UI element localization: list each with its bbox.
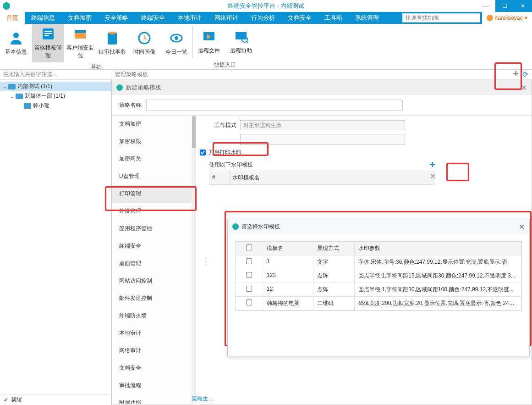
table-row[interactable]: 韩梅梅的电脑二维码码体宽度:200,边框宽度:20,显示位置:充满,置底显示:否… <box>236 297 521 311</box>
tab-network-audit[interactable]: 网络审计 <box>208 12 245 24</box>
row-checkbox[interactable] <box>246 272 252 278</box>
policy-name-label: 策略名称: <box>119 101 143 109</box>
svg-point-0 <box>13 33 19 38</box>
table-row[interactable]: 12点阵圆点半径:1,字符间距30,区域间距100,颜色:247,99,12,不… <box>236 283 521 297</box>
col-watermark-params: 水印参数 <box>355 242 521 255</box>
dialog-icon <box>116 84 123 91</box>
svg-point-11 <box>175 36 178 40</box>
tab-home[interactable]: 首页 <box>0 12 25 24</box>
dialog-close-button[interactable]: ✕ <box>521 83 527 92</box>
tab-security-policy[interactable]: 安全策略 <box>98 12 135 24</box>
add-template-button[interactable]: + <box>513 70 519 79</box>
svg-rect-13 <box>236 32 247 39</box>
dialog-title: 新建策略模板 <box>126 83 161 92</box>
wm-col-name: 水印模板名 <box>230 171 433 184</box>
category-item[interactable]: 文档加密 <box>112 116 192 133</box>
row-checkbox[interactable] <box>246 300 252 305</box>
svg-rect-6 <box>75 30 86 33</box>
policy-name-row: 策略名称: <box>112 95 532 115</box>
tab-doc-encrypt[interactable]: 文档加密 <box>61 12 98 24</box>
tab-terminal-security[interactable]: 终端安全 <box>135 12 171 24</box>
row-checkbox[interactable] <box>246 286 252 292</box>
status-text: 就绪 <box>11 396 22 404</box>
use-watermark-label: 使用以下水印模板 <box>209 161 523 169</box>
category-item[interactable]: 邮件发送控制 <box>112 290 192 307</box>
category-item[interactable]: 本地审计 <box>112 325 192 342</box>
remove-watermark-button[interactable]: ✕ <box>430 172 436 181</box>
category-item[interactable]: 加密权限 <box>112 133 192 150</box>
tab-doc-security[interactable]: 文档安全 <box>281 12 318 24</box>
app-icon <box>3 2 10 10</box>
cell-mode: 点阵 <box>313 283 355 297</box>
splitter-grip-icon[interactable]: ⋮⋮⋮ <box>203 259 208 263</box>
cell-param: 码体宽度:200,边框宽度:20,显示位置:充满,置底显示:否,颜色:247,.… <box>355 297 521 311</box>
tree-label: 内部测试 (1/1) <box>17 83 52 90</box>
tab-toolbox[interactable]: 工具箱 <box>318 12 349 24</box>
enable-print-watermark-checkbox[interactable] <box>200 150 206 155</box>
cell-mode: 二维码 <box>313 297 355 311</box>
cell-param: 圆点半径:1,字符间距30,区域间距100,颜色:247,99,12,不透明度.… <box>355 283 521 297</box>
category-item[interactable]: 打印管理 <box>112 185 192 203</box>
tree-node-root[interactable]: ⌄ 内部测试 (1/1) <box>0 82 111 91</box>
group-icon <box>8 84 16 89</box>
category-item[interactable]: 应用程序管控 <box>112 220 192 238</box>
dialog2-close-button[interactable]: ✕ <box>519 222 525 231</box>
ribbon-group-quick: 快捷入口 <box>193 60 257 69</box>
tab-local-audit[interactable]: 本地审计 <box>171 12 208 24</box>
chevron-down-icon[interactable]: ⌄ <box>3 83 8 90</box>
maximize-button[interactable]: ☐ <box>495 0 514 12</box>
category-item[interactable]: 网络审计 <box>112 342 192 360</box>
person-icon <box>9 31 23 45</box>
work-mode-label: 工作模式 <box>209 122 236 129</box>
category-item[interactable]: 桌面管理 <box>112 255 192 272</box>
category-item[interactable]: 审批流程 <box>112 377 192 394</box>
tab-terminal-info[interactable]: 终端信息 <box>25 12 61 24</box>
tree-node-dept[interactable]: ⌄ 新媒体一部 (1/1) <box>0 91 111 101</box>
cell-param: 字体:宋体,字号:36,颜色:247,99,12,显示位置:充满,置底显示:否 <box>355 255 521 269</box>
ribbon-remote-file[interactable]: 远程文件 <box>193 24 225 60</box>
category-item[interactable]: U盘管理 <box>112 168 192 185</box>
add-watermark-button[interactable]: + <box>430 160 436 170</box>
ribbon-client-package[interactable]: 客户端安装包 <box>64 24 96 62</box>
tree-filter-input[interactable]: 在此输入关键字筛选... <box>0 70 111 80</box>
chevron-down-icon[interactable]: ⌄ <box>10 93 16 100</box>
category-item[interactable]: 外设管理 <box>112 203 192 220</box>
col-display-mode: 展现方式 <box>313 242 355 255</box>
ribbon-remote-assist[interactable]: 远程协助 <box>225 24 257 60</box>
category-item[interactable]: 网站访问控制 <box>112 272 192 290</box>
work-mode-select[interactable]: 对主部进程生效 <box>240 120 405 130</box>
ribbon-policy-template[interactable]: 策略模板管理 <box>32 24 64 62</box>
table-row[interactable]: 1文字字体:宋体,字号:36,颜色:247,99,12,显示位置:充满,置底显示… <box>236 255 521 269</box>
category-item[interactable]: 附属功能 <box>112 394 192 404</box>
close-button[interactable]: ✕ <box>514 0 532 12</box>
ribbon-today-view[interactable]: 今日一览 <box>160 24 192 62</box>
row-checkbox[interactable] <box>246 258 252 264</box>
policy-name-input[interactable] <box>146 100 403 111</box>
refresh-button[interactable]: ⟳ <box>522 70 528 79</box>
tab-behavior[interactable]: 行为分析 <box>245 12 281 24</box>
window-title: 终端安全管控平台 - 内部测试 <box>228 2 305 10</box>
select-all-checkbox[interactable] <box>246 244 252 250</box>
tree-node-user[interactable]: 韩小瑶 <box>0 101 111 111</box>
user-menu[interactable]: hanxiaoyao ▾ <box>482 12 532 24</box>
ribbon-pending-approval[interactable]: 待审批事务 <box>96 24 128 62</box>
footer-hint: 策略生… <box>192 395 214 403</box>
svg-rect-8 <box>110 32 115 34</box>
category-item[interactable]: 文档安全 <box>112 360 192 377</box>
category-item[interactable]: 终端防火墙 <box>112 307 192 325</box>
status-bar: ✔ 就绪 <box>0 394 111 405</box>
category-item[interactable]: 加密网关 <box>112 150 192 168</box>
category-item[interactable]: 终端安全 <box>112 238 192 255</box>
ribbon-time-profile[interactable]: 时间画像 <box>128 24 160 62</box>
blank-field <box>240 134 405 145</box>
table-row[interactable]: 123点阵圆点半径:1,字符间距15,区域间距30,颜色:247,99,12,不… <box>236 269 521 283</box>
eye-icon <box>169 31 184 45</box>
dialog-icon <box>232 223 239 230</box>
template-icon <box>41 27 55 41</box>
ribbon-basic-info[interactable]: 基本信息 <box>0 24 32 62</box>
global-search-input[interactable] <box>402 13 480 22</box>
tab-sys-manage[interactable]: 系统管理 <box>349 12 385 24</box>
minimize-button[interactable]: — <box>477 0 495 12</box>
watermark-select-table: 模板名 展现方式 水印参数 1文字字体:宋体,字号:36,颜色:247,99,1… <box>235 241 522 311</box>
titlebar: 终端安全管控平台 - 内部测试 — ☐ ✕ <box>0 0 532 12</box>
